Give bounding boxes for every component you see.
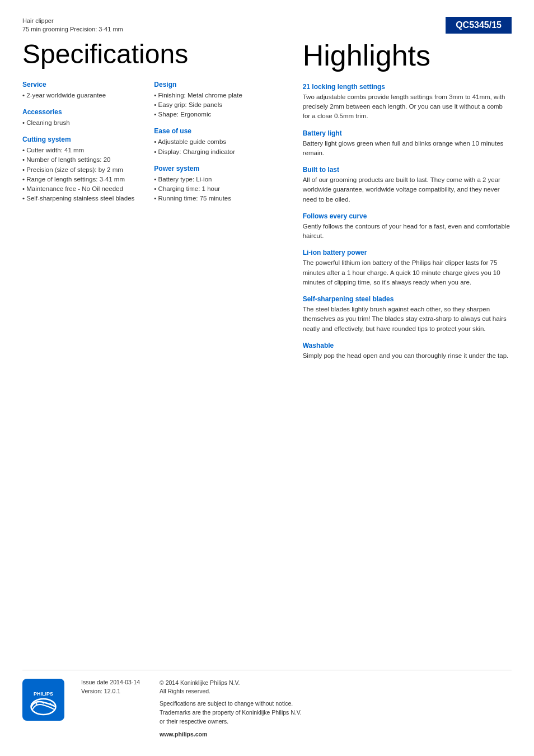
philips-logo: PHILIPS [22,679,64,721]
svg-text:PHILIPS: PHILIPS [34,691,53,697]
spec-group: Cutting systemCutter width: 41 mmNumber … [22,136,137,204]
version-row: Version: 12.0.1 [81,688,143,694]
highlight-title: Follows every curve [303,212,512,220]
highlight-text: The steel blades lightly brush against e… [303,305,512,334]
spec-item: 2-year worldwide guarantee [22,91,137,100]
highlight-title: Built to last [303,166,512,174]
highlight-group: Battery lightBattery light glows green w… [303,129,512,158]
header: Hair clipper 75 min grooming Precision: … [22,17,512,34]
spec-group: Service2-year worldwide guarantee [22,81,137,100]
highlight-text: All of our grooming products are built t… [303,175,512,204]
highlight-group: Follows every curveGently follows the co… [303,212,512,241]
product-subtitle: 75 min grooming Precision: 3-41 mm [22,25,123,34]
spec-item: Cutter width: 41 mm [22,146,137,155]
spec-item: Display: Charging indicator [154,147,269,157]
version-label: Version: [81,688,104,694]
spec-item: Easy grip: Side panels [154,100,269,110]
highlights-container: 21 locking length settingsTwo adjustable… [303,83,512,361]
spec-item: Precision (size of steps): by 2 mm [22,165,137,175]
spec-item: Charging time: 1 hour [154,184,269,194]
spec-group-title: Power system [154,165,269,172]
highlight-text: Two adjustable combs provide length sett… [303,92,512,122]
svg-point-4 [43,702,44,703]
spec-group-title: Cutting system [22,136,137,143]
content-area: Specifications Service2-year worldwide g… [22,40,512,368]
spec-item: Running time: 75 minutes [154,194,269,203]
highlight-text: The powerful lithium ion battery of the … [303,258,512,287]
spec-item: Self-sharpening stainless steel blades [22,194,137,203]
spec-group: DesignFinishing: Metal chrome plateEasy … [154,81,269,120]
highlights-column: Highlights 21 locking length settingsTwo… [292,40,512,368]
highlight-text: Simply pop the head open and you can tho… [303,351,512,361]
spec-group-title: Accessories [22,108,137,116]
highlight-text: Battery light glows green when full and … [303,139,512,158]
highlight-title: Washable [303,342,512,349]
spec-item: Cleaning brush [22,118,137,128]
svg-point-3 [36,703,38,704]
spec-group: Ease of useAdjustable guide combsDisplay… [154,127,269,157]
spec-item: Range of length settings: 3-41 mm [22,175,137,184]
svg-point-5 [50,703,51,704]
model-badge: QC5345/15 [446,17,512,34]
spec-item: Finishing: Metal chrome plate [154,91,269,100]
spec-col-right: DesignFinishing: Metal chrome plateEasy … [154,81,269,212]
spec-group: Power systemBattery type: Li-ionCharging… [154,165,269,204]
spec-group-title: Design [154,81,269,88]
footer-meta: Issue date 2014-03-14 Version: 12.0.1 [81,679,143,694]
spec-item: Battery type: Li-ion [154,175,269,184]
highlight-group: WashableSimply pop the head open and you… [303,342,512,361]
issue-date: 2014-03-14 [110,679,140,685]
spec-item: Adjustable guide combs [154,137,269,147]
specifications-column: Specifications Service2-year worldwide g… [22,40,292,368]
spec-columns: Service2-year worldwide guaranteeAccesso… [22,81,269,212]
product-type: Hair clipper [22,17,123,25]
highlight-title: Battery light [303,129,512,137]
spec-item: Shape: Ergonomic [154,110,269,119]
spec-group-title: Service [22,81,137,88]
page: Hair clipper 75 min grooming Precision: … [0,0,534,756]
version-value: 12.0.1 [104,688,120,694]
highlight-title: Li-ion battery power [303,249,512,256]
highlight-text: Gently follows the contours of your head… [303,222,512,241]
spec-group: AccessoriesCleaning brush [22,108,137,128]
issue-label: Issue date [81,679,110,685]
footer-legal-block: © 2014 Koninklijke Philips N.V. All Righ… [160,679,512,740]
highlights-title: Highlights [303,40,512,72]
highlight-title: 21 locking length settings [303,83,512,91]
footer: PHILIPS Issue date 2014-03-14 Version: 1… [22,670,512,740]
highlight-group: Built to lastAll of our grooming product… [303,166,512,204]
website-link: www.philips.com [160,730,512,739]
highlight-group: Li-ion battery powerThe powerful lithium… [303,249,512,287]
spec-item: Maintenance free - No Oil needed [22,184,137,194]
spec-col-left: Service2-year worldwide guaranteeAccesso… [22,81,137,212]
issue-date-row: Issue date 2014-03-14 [81,679,143,685]
copyright-text: © 2014 Koninklijke Philips N.V. All Righ… [160,679,512,697]
specs-title: Specifications [22,40,269,69]
highlight-group: Self-sharpening steel bladesThe steel bl… [303,295,512,334]
spec-item: Number of length settings: 20 [22,155,137,165]
spec-group-title: Ease of use [154,127,269,135]
legal-text: Specifications are subject to change wit… [160,699,512,726]
highlight-group: 21 locking length settingsTwo adjustable… [303,83,512,122]
highlight-title: Self-sharpening steel blades [303,295,512,303]
product-info: Hair clipper 75 min grooming Precision: … [22,17,123,34]
